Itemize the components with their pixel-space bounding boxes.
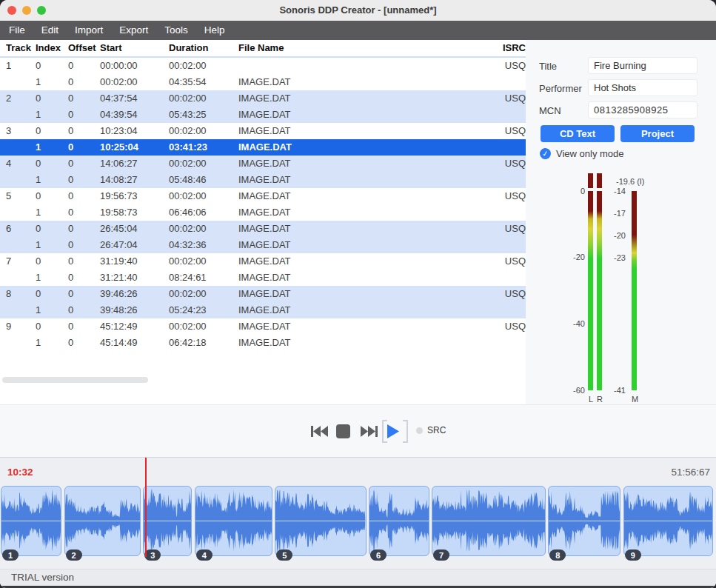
- cell-file: IMAGE.DAT: [238, 270, 501, 286]
- waveform-track-4[interactable]: 4: [195, 486, 272, 556]
- level-meters: -19.6 (I) 0 -20 -40 -60 -14 -17 -20 -23 …: [526, 40, 716, 404]
- cell-offset: 0: [68, 318, 100, 335]
- column-header-filename[interactable]: File Name: [238, 40, 501, 56]
- table-row[interactable]: 1039:48:2605:24:23IMAGE.DAT: [0, 302, 526, 318]
- src-toggle[interactable]: SRC: [416, 425, 446, 435]
- waveform-track-9[interactable]: 9: [623, 486, 714, 556]
- table-row[interactable]: 70031:19:4000:02:00IMAGE.DATUSQ: [0, 253, 526, 270]
- waveform-panel: 10:32 51:56:67 123456789: [0, 457, 716, 569]
- zoom-button[interactable]: [37, 6, 46, 15]
- column-header-duration[interactable]: Duration: [169, 40, 238, 56]
- menu-tools[interactable]: Tools: [156, 21, 196, 40]
- menu-export[interactable]: Export: [111, 21, 156, 40]
- cell-offset: 0: [68, 139, 100, 156]
- table-row[interactable]: 1019:58:7306:46:06IMAGE.DAT: [0, 204, 526, 221]
- table-row[interactable]: 80039:46:2600:02:00IMAGE.DATUSQ: [0, 286, 526, 302]
- cd-info-panel: Title Performer MCN CD Text Project ✓ Vi…: [526, 40, 716, 404]
- cell-offset: 0: [68, 172, 100, 188]
- playhead-line[interactable]: [145, 458, 147, 557]
- waveform-track-2[interactable]: 2: [64, 486, 141, 556]
- cell-track: 2: [6, 90, 36, 107]
- column-header-start[interactable]: Start: [100, 40, 169, 56]
- table-row[interactable]: 20004:37:5400:02:00IMAGE.DATUSQ: [0, 90, 526, 107]
- column-header-offset[interactable]: Offset: [68, 40, 100, 56]
- waveform-track-5[interactable]: 5: [275, 486, 366, 556]
- table-row[interactable]: 1026:47:0404:32:36IMAGE.DAT: [0, 237, 526, 253]
- play-button[interactable]: [387, 424, 399, 438]
- table-row[interactable]: 40014:06:2700:02:00IMAGE.DATUSQ: [0, 156, 526, 172]
- menu-import[interactable]: Import: [67, 21, 111, 40]
- waveform-blocks: 123456789: [0, 458, 716, 569]
- cell-file: IMAGE.DAT: [238, 253, 501, 270]
- column-header-isrc[interactable]: ISRC: [501, 40, 526, 56]
- menu-edit[interactable]: Edit: [33, 21, 67, 40]
- track-number-badge: 7: [433, 549, 449, 561]
- table-row[interactable]: 10000:00:0000:02:00USQ: [0, 58, 526, 74]
- stop-button[interactable]: [336, 424, 350, 438]
- m-tick: -23: [596, 253, 626, 262]
- table-row[interactable]: 1000:02:0004:35:54IMAGE.DAT: [0, 74, 526, 90]
- cell-offset: 0: [68, 123, 100, 139]
- cell-track: [6, 139, 36, 156]
- cell-index: 0: [36, 253, 68, 270]
- loudness-readout: -19.6 (I): [616, 177, 645, 186]
- main-content: Track Index Offset Start Duration File N…: [0, 40, 716, 404]
- cell-isrc: [501, 139, 526, 156]
- table-row[interactable]: 30010:23:0400:02:00IMAGE.DATUSQ: [0, 123, 526, 139]
- cell-index: 1: [36, 270, 68, 286]
- track-number-badge: 2: [66, 549, 82, 561]
- table-row[interactable]: 60026:45:0400:02:00IMAGE.DATUSQ: [0, 221, 526, 237]
- table-row[interactable]: 90045:12:4900:02:00IMAGE.DATUSQ: [0, 318, 526, 335]
- minimize-button[interactable]: [22, 6, 31, 15]
- cell-start: 39:48:26: [100, 302, 169, 318]
- window-title: Sonoris DDP Creator - [unnamed*]: [0, 0, 716, 21]
- cell-duration: 05:48:46: [169, 172, 238, 188]
- previous-track-icon: [311, 426, 328, 437]
- column-header-index[interactable]: Index: [36, 40, 68, 56]
- table-row[interactable]: 50019:56:7300:02:00IMAGE.DATUSQ: [0, 188, 526, 204]
- cell-index: 1: [36, 172, 68, 188]
- waveform-track-8[interactable]: 8: [548, 486, 620, 556]
- channel-label-left: L: [588, 395, 594, 404]
- cell-file: IMAGE.DAT: [238, 335, 501, 351]
- table-row[interactable]: 1010:25:0403:41:23IMAGE.DAT: [0, 139, 526, 156]
- cell-file: IMAGE.DAT: [238, 237, 501, 253]
- horizontal-scrollbar[interactable]: [2, 377, 148, 383]
- cell-isrc: [501, 302, 526, 318]
- window-controls: [7, 6, 46, 15]
- waveform-track-7[interactable]: 7: [432, 486, 546, 556]
- table-row[interactable]: 1045:14:4906:42:18IMAGE.DAT: [0, 335, 526, 351]
- status-bar: TRIAL version: [0, 569, 716, 588]
- table-row[interactable]: 1014:08:2705:48:46IMAGE.DAT: [0, 172, 526, 188]
- cell-index: 0: [36, 90, 68, 107]
- close-button[interactable]: [7, 6, 16, 15]
- previous-track-button[interactable]: [311, 426, 328, 437]
- waveform-track-6[interactable]: 6: [369, 486, 429, 556]
- table-row[interactable]: 1031:21:4008:24:61IMAGE.DAT: [0, 270, 526, 286]
- column-header-track[interactable]: Track: [6, 40, 36, 56]
- transport-bar: SRC: [0, 404, 716, 457]
- m-tick: -17: [596, 209, 626, 218]
- menu-file[interactable]: File: [1, 21, 33, 40]
- lr-tick: 0: [563, 187, 585, 196]
- waveform-track-3[interactable]: 3: [143, 486, 192, 556]
- lr-tick: -40: [563, 319, 585, 328]
- cell-offset: 0: [68, 156, 100, 172]
- cell-track: [6, 237, 36, 253]
- cell-duration: 04:32:36: [169, 237, 238, 253]
- menu-help[interactable]: Help: [196, 21, 233, 40]
- cell-file: IMAGE.DAT: [238, 156, 501, 172]
- track-number-badge: 3: [144, 549, 161, 561]
- cell-file: IMAGE.DAT: [238, 302, 501, 318]
- cell-offset: 0: [68, 221, 100, 237]
- cell-start: 39:46:26: [100, 286, 169, 302]
- track-number-badge: 9: [625, 549, 641, 561]
- cell-isrc: USQ: [501, 58, 526, 74]
- table-row[interactable]: 1004:39:5405:43:25IMAGE.DAT: [0, 107, 526, 123]
- meter-bar-right: [597, 191, 602, 390]
- waveform-track-1[interactable]: 1: [1, 486, 61, 556]
- cell-index: 0: [36, 188, 68, 204]
- next-track-button[interactable]: [361, 426, 378, 437]
- cell-isrc: USQ: [501, 156, 526, 172]
- cell-duration: 00:02:00: [169, 90, 238, 107]
